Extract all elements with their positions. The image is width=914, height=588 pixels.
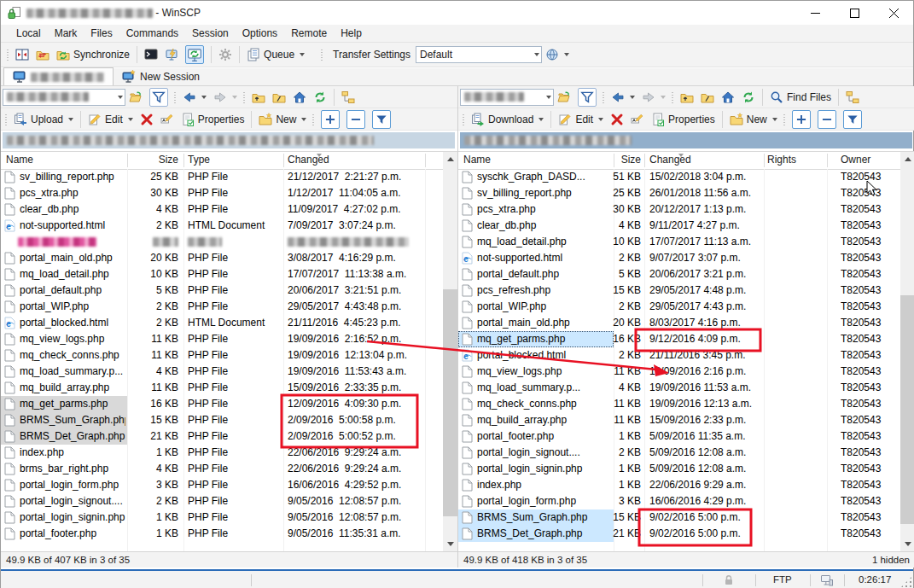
local-home-icon[interactable]: [293, 90, 306, 104]
table-row[interactable]: eportal_blocked.html2 KBHTML Document21/…: [1, 315, 443, 331]
resize-grip[interactable]: [900, 576, 912, 588]
remote-select-plus-icon[interactable]: [792, 110, 811, 129]
scroll-up-arrow[interactable]: [443, 152, 457, 166]
remote-properties-button[interactable]: Properties: [648, 110, 719, 129]
column-header-changed[interactable]: Changed: [649, 152, 762, 168]
scroll-down-arrow[interactable]: [443, 537, 457, 551]
local-directory-tree-icon[interactable]: [341, 90, 355, 104]
remote-delete-icon[interactable]: [610, 113, 624, 126]
remote-root-dir-icon[interactable]: [701, 90, 714, 104]
table-row[interactable]: index.php1 KB22/06/2016 9:29 a.m.T820543: [458, 477, 900, 493]
remote-home-icon[interactable]: [721, 90, 735, 104]
new-session-tab[interactable]: New Session: [114, 68, 208, 85]
table-row[interactable]: BRMS_Det_Graph.php21 KBPHP File2/09/2016…: [1, 428, 443, 445]
upload-button[interactable]: Upload: [10, 110, 77, 129]
local-back-button[interactable]: [179, 88, 210, 107]
local-select-filter-icon[interactable]: [372, 110, 391, 129]
table-row[interactable]: syschk_Graph_DASD...51 KB15/02/2018 3:04…: [458, 169, 900, 185]
table-row[interactable]: mq_build_array.php11 KBPHP File15/09/201…: [1, 380, 443, 396]
table-row[interactable]: clear_db.php4 KBPHP File11/09/2017 4:27:…: [1, 201, 443, 218]
table-row[interactable]: sv_billing_report.php25 KBPHP File21/12/…: [1, 169, 443, 185]
table-row[interactable]: portal_login_signin.php1 KB5/09/2016 12:…: [458, 461, 900, 477]
table-row[interactable]: portal_login_form.php3 KBPHP File16/06/2…: [1, 477, 443, 493]
table-row[interactable]: portal_main_old.php20 KB8/03/2017 4:16 p…: [458, 315, 900, 331]
remote-parent-dir-icon[interactable]: [680, 90, 694, 104]
scrollbar-thumb[interactable]: [443, 289, 457, 516]
session-tab-active[interactable]: [3, 67, 114, 85]
table-row[interactable]: portal_main_old.php20 KBPHP File3/08/201…: [1, 250, 443, 266]
remote-select-filter-icon[interactable]: [843, 110, 862, 129]
table-row[interactable]: portal_WIP.php2 KB29/05/2017 4:43 p.m.T8…: [458, 299, 900, 315]
remote-edit-button[interactable]: Edit: [555, 110, 607, 129]
download-button[interactable]: Download: [468, 110, 547, 129]
table-row[interactable]: [1, 234, 443, 250]
local-path-bar[interactable]: [3, 132, 455, 148]
table-row[interactable]: mq_load_summary.p...4 KB19/09/2016 11:53…: [458, 380, 900, 396]
preferences-gear-icon[interactable]: [218, 48, 232, 61]
remote-forward-button[interactable]: [638, 88, 669, 107]
remote-scrollbar[interactable]: [900, 152, 914, 551]
column-header-changed[interactable]: Changed: [288, 152, 422, 168]
synchronize-dirs-icon[interactable]: [36, 48, 49, 61]
remote-select-minus-icon[interactable]: [818, 110, 836, 129]
synchronize-button[interactable]: Synchronize: [53, 45, 133, 64]
table-row[interactable]: portal_default.php5 KBPHP File20/06/2017…: [1, 282, 443, 299]
table-row[interactable]: BRMS_Sum_Graph.php15 KB9/02/2016 5:00 p.…: [458, 509, 900, 526]
find-files-button[interactable]: Find Files: [766, 88, 835, 107]
remote-directory-tree-icon[interactable]: [846, 90, 859, 104]
local-parent-dir-icon[interactable]: [252, 90, 265, 104]
table-row[interactable]: index.php1 KBPHP File22/06/2016 9:29:24 …: [1, 445, 443, 461]
synchronize-browsing-icon[interactable]: [185, 45, 204, 64]
table-row[interactable]: pcs_xtra.php30 KB20/12/2017 1:13 p.m.T82…: [458, 201, 900, 218]
table-row[interactable]: portal_login_signin.php1 KBPHP File9/05/…: [1, 509, 443, 526]
commander-layout-icon[interactable]: [15, 48, 29, 61]
remote-rename-icon[interactable]: [631, 113, 644, 126]
table-row[interactable]: BRMS_Sum_Graph.php15 KBPHP File2/09/2016…: [1, 412, 443, 428]
table-row[interactable]: sv_billing_report.php25 KB26/01/2018 11:…: [458, 185, 900, 201]
transfer-settings-combo[interactable]: Default: [416, 46, 542, 63]
table-row[interactable]: mq_load_summary.p...4 KBPHP File19/09/20…: [1, 364, 443, 380]
menu-remote[interactable]: Remote: [284, 25, 334, 42]
command-icon[interactable]: [165, 48, 178, 61]
scroll-up-arrow[interactable]: [900, 152, 914, 166]
local-root-dir-icon[interactable]: [272, 90, 286, 104]
menu-mark[interactable]: Mark: [48, 25, 84, 42]
table-row[interactable]: mq_load_detail.php10 KB17/07/2017 11:13 …: [458, 234, 900, 250]
table-row[interactable]: portal_default.php5 KB20/06/2017 3:21 p.…: [458, 266, 900, 282]
remote-path-bar[interactable]: [460, 132, 912, 148]
menu-session[interactable]: Session: [185, 25, 236, 42]
table-row[interactable]: eportal_blocked.html2 KB21/11/2016 3:45 …: [458, 347, 900, 364]
menu-commands[interactable]: Commands: [119, 25, 185, 42]
local-select-minus-icon[interactable]: [346, 110, 365, 129]
table-row[interactable]: mq_check_conns.php11 KBPHP File19/09/201…: [1, 347, 443, 364]
console-icon[interactable]: [144, 48, 158, 61]
table-row[interactable]: pcs_xtra.php30 KBPHP File1/12/2017 11:04…: [1, 185, 443, 201]
menu-files[interactable]: Files: [84, 25, 119, 42]
remote-new-button[interactable]: New: [726, 110, 781, 129]
remote-back-button[interactable]: [608, 88, 638, 107]
remote-refresh-icon[interactable]: [742, 90, 755, 104]
column-header-rights[interactable]: Rights: [767, 152, 825, 168]
table-row[interactable]: mq_build_array.php11 KB15/09/2016 2:33 p…: [458, 412, 900, 428]
protocol-indicator[interactable]: FTP: [773, 571, 792, 588]
column-header-name[interactable]: Name: [6, 152, 108, 168]
table-row[interactable]: mq_check_conns.php11 KB19/09/2016 12:13 …: [458, 396, 900, 412]
table-row[interactable]: portal_WIP.php2 KBPHP File29/05/2017 4:4…: [1, 299, 443, 315]
local-properties-button[interactable]: Properties: [178, 110, 248, 129]
menu-help[interactable]: Help: [334, 25, 369, 42]
table-row[interactable]: brms_bar_right.php4 KBPHP File22/06/2016…: [1, 461, 443, 477]
table-row[interactable]: portal_login_form.php3 KB16/06/2016 4:29…: [458, 493, 900, 509]
column-header-name[interactable]: Name: [463, 152, 566, 168]
local-refresh-icon[interactable]: [313, 90, 327, 104]
local-edit-button[interactable]: Edit: [84, 110, 137, 129]
table-row[interactable]: portal_login_signout....2 KB5/09/2016 12…: [458, 445, 900, 461]
table-row[interactable]: BRMS_Det_Graph.php21 KB9/02/2016 5:00 p.…: [458, 526, 900, 542]
menu-local[interactable]: Local: [9, 25, 48, 42]
table-row[interactable]: portal_footer.php1 KBPHP File9/05/2016 1…: [1, 526, 443, 542]
column-header-size[interactable]: Size: [127, 152, 178, 168]
table-row[interactable]: mq_get_parms.php16 KB9/12/2016 4:09 p.m.…: [458, 331, 900, 347]
local-open-directory-icon[interactable]: [129, 90, 143, 104]
queue-button[interactable]: Queue: [243, 45, 308, 64]
maximize-button[interactable]: [835, 1, 874, 25]
column-header-type[interactable]: Type: [188, 152, 282, 168]
